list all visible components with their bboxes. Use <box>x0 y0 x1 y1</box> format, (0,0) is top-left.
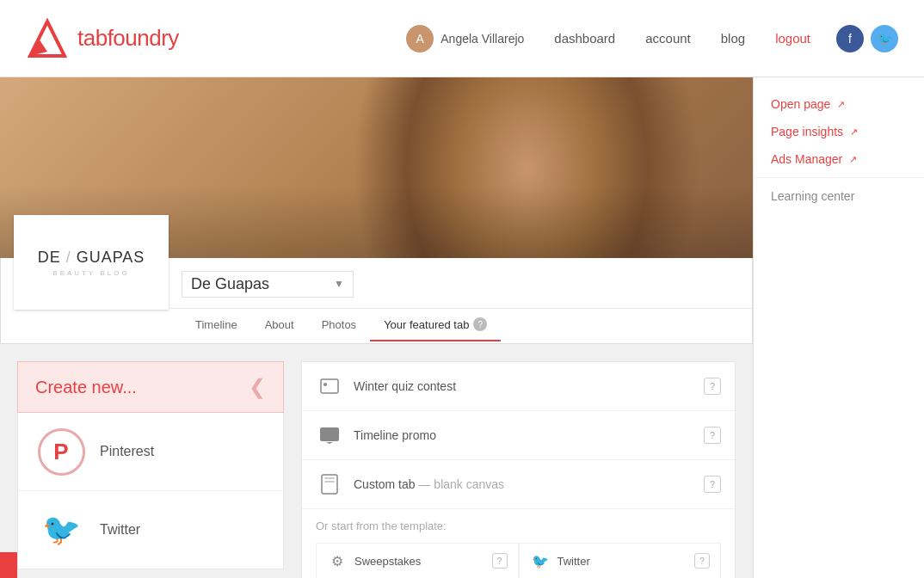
twitter-bird-container: 🐦 <box>35 504 87 556</box>
profile-content: ▼ Timeline About Photos Your featured ta… <box>169 258 752 343</box>
deguapas-name: DE / GUAPAS <box>38 249 145 267</box>
red-bar-indicator <box>0 552 17 578</box>
page-name-box: ▼ <box>182 271 354 298</box>
create-item-pinterest[interactable]: P Pinterest <box>18 413 283 491</box>
twitter-bird-icon: 🐦 <box>38 507 85 554</box>
create-new-arrow: ❮ <box>249 375 266 399</box>
tab-timeline[interactable]: Timeline <box>182 310 251 341</box>
tab-options-panel: ? Winter quiz contest ? Timeline promo <box>301 361 736 578</box>
social-icons: f 🐦 <box>836 25 898 52</box>
winter-quiz-help[interactable]: ? <box>704 378 721 395</box>
deguapas-slash: / <box>61 249 77 266</box>
create-new-panel: Create new... ❮ P Pinterest 🐦 <box>17 361 284 578</box>
fb-tabs: Timeline About Photos Your featured tab … <box>169 308 752 341</box>
svg-point-3 <box>323 383 327 386</box>
learning-center-label: Learning center <box>771 189 854 203</box>
ads-manager-label: Ads Manager <box>771 152 842 166</box>
template-grid: ⚙ Sweepstakes ? 🐦 Twitter ? 📷 <box>316 543 721 578</box>
create-new-title: Create new... <box>35 378 137 397</box>
sweepstakes-help[interactable]: ? <box>492 553 508 569</box>
open-page-external-icon: ↗ <box>837 99 845 110</box>
user-info: A Angela Villarejo <box>406 25 524 52</box>
svg-marker-6 <box>326 442 333 444</box>
tab-photos[interactable]: Photos <box>308 310 370 341</box>
deguapas-guapas: GUAPAS <box>77 249 145 266</box>
page-insights-label: Page insights <box>771 125 843 138</box>
twitter-tmpl-icon: 🐦 <box>530 550 551 571</box>
template-section: Or start from the template: ⚙ Sweepstake… <box>302 509 735 578</box>
main-area: DE / GUAPAS BEAUTY BLOG ▼ Timeline <box>0 77 924 578</box>
custom-tab-help[interactable]: ? <box>704 476 721 493</box>
svg-rect-5 <box>320 427 339 441</box>
header-nav: A Angela Villarejo dashboard account blo… <box>406 25 898 52</box>
nav-dashboard[interactable]: dashboard <box>541 27 628 50</box>
open-page-link[interactable]: Open page ↗ <box>754 90 924 118</box>
nav-logout[interactable]: logout <box>762 27 823 50</box>
deguapas-logo: DE / GUAPAS BEAUTY BLOG <box>21 218 163 307</box>
pinterest-label: Pinterest <box>100 444 154 459</box>
create-new-items: P Pinterest 🐦 Twitter <box>17 413 284 569</box>
header: tabfoundry A Angela Villarejo dashboard … <box>0 0 924 77</box>
winter-quiz-label: Winter quiz contest <box>354 379 693 393</box>
template-label: Or start from the template: <box>316 520 721 532</box>
create-item-twitter[interactable]: 🐦 Twitter <box>18 491 283 569</box>
logo[interactable]: tabfoundry <box>26 17 179 60</box>
tab-option-winter-quiz[interactable]: ? Winter quiz contest ? <box>302 362 735 411</box>
tab-featured[interactable]: Your featured tab ? <box>370 309 501 341</box>
avatar: A <box>406 25 434 52</box>
fb-profile-section: DE / GUAPAS BEAUTY BLOG ▼ Timeline <box>0 258 753 344</box>
ads-manager-external-icon: ↗ <box>849 154 857 165</box>
nav-account[interactable]: account <box>632 27 704 50</box>
sidebar-divider <box>754 177 924 178</box>
twitter-icon[interactable]: 🐦 <box>871 25 898 52</box>
svg-rect-8 <box>324 477 335 479</box>
sidebar-right: Open page ↗ Page insights ↗ Ads Manager … <box>753 77 924 578</box>
page-name-input[interactable] <box>191 275 329 293</box>
pinterest-icon: P <box>38 428 85 476</box>
tab-about[interactable]: About <box>251 310 308 341</box>
pinterest-icon-container: P <box>35 426 87 477</box>
template-sweepstakes[interactable]: ⚙ Sweepstakes ? <box>316 543 519 578</box>
facebook-icon[interactable]: f <box>836 25 864 52</box>
timeline-promo-label: Timeline promo <box>354 428 693 442</box>
create-new-header[interactable]: Create new... ❮ <box>17 361 284 413</box>
custom-tab-icon <box>316 470 343 498</box>
promo-icon <box>316 421 343 449</box>
left-column: DE / GUAPAS BEAUTY BLOG ▼ Timeline <box>0 77 753 578</box>
page-insights-external-icon: ↗ <box>850 126 858 138</box>
logo-icon <box>26 17 69 60</box>
svg-rect-9 <box>324 481 335 483</box>
page-insights-link[interactable]: Page insights ↗ <box>754 118 924 145</box>
svg-text:?: ? <box>330 379 334 387</box>
open-page-label: Open page <box>771 97 830 111</box>
tab-option-timeline-promo[interactable]: Timeline promo ? <box>302 411 735 460</box>
learning-center-link[interactable]: Learning center <box>754 182 924 210</box>
page-name-dropdown[interactable]: ▼ <box>334 278 344 290</box>
twitter-tmpl-help[interactable]: ? <box>694 553 710 569</box>
custom-tab-label: Custom tab — blank canvas <box>354 477 693 491</box>
user-name: Angela Villarejo <box>440 32 524 46</box>
sweepstakes-icon: ⚙ <box>327 550 348 571</box>
tab-featured-label: Your featured tab <box>384 318 469 331</box>
twitter-label: Twitter <box>100 522 140 538</box>
deguapas-sub: BEAUTY BLOG <box>52 269 129 277</box>
twitter-tmpl-label: Twitter <box>557 555 688 568</box>
timeline-promo-help[interactable]: ? <box>704 427 721 444</box>
template-twitter[interactable]: 🐦 Twitter ? <box>519 543 722 578</box>
fb-profile-pic: DE / GUAPAS BEAUTY BLOG <box>14 215 169 310</box>
ads-manager-link[interactable]: Ads Manager ↗ <box>754 145 924 173</box>
tab-option-custom-tab[interactable]: Custom tab — blank canvas ? <box>302 460 735 509</box>
featured-tab-help[interactable]: ? <box>473 317 487 331</box>
deguapas-de: DE <box>38 249 61 266</box>
page-name-bar: ▼ <box>169 258 752 301</box>
logo-text: tabfoundry <box>77 25 179 52</box>
quiz-icon: ? <box>316 372 343 400</box>
nav-blog[interactable]: blog <box>708 27 758 50</box>
lower-content: Create new... ❮ P Pinterest 🐦 <box>0 344 753 578</box>
sweepstakes-label: Sweepstakes <box>354 555 485 568</box>
